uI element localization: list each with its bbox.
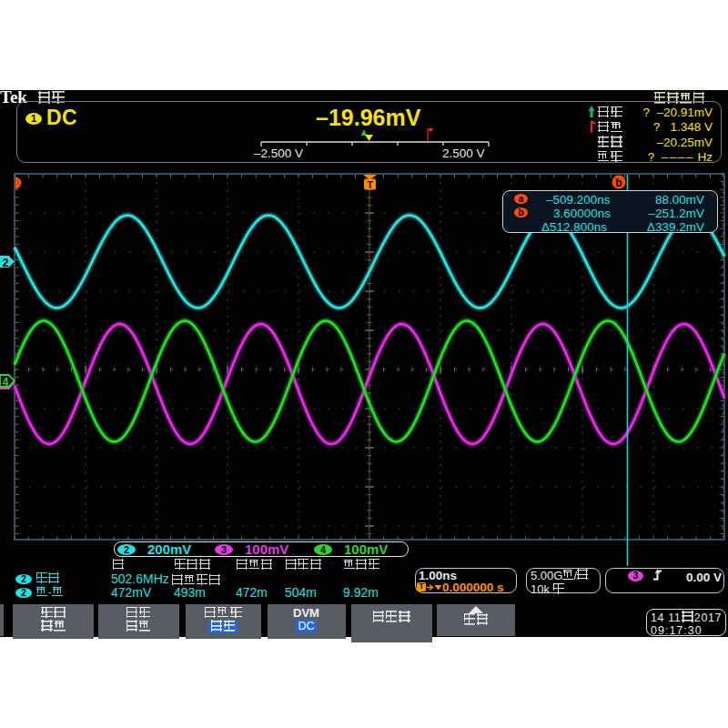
svg-text:2: 2	[3, 257, 9, 269]
svg-text:b: b	[615, 177, 622, 189]
svg-text:T: T	[367, 179, 373, 190]
svg-text:4: 4	[3, 376, 9, 389]
